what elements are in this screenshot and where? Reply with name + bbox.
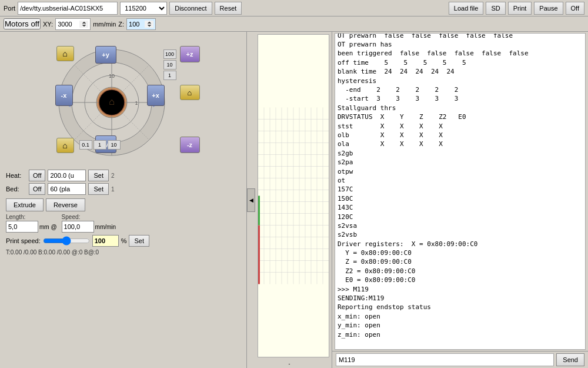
step-1-button[interactable]: 1: [163, 71, 176, 80]
heat-value-input[interactable]: [48, 170, 86, 181]
length-label: Length:: [6, 214, 57, 220]
jog-z-neg-button[interactable]: -z: [180, 137, 200, 153]
speed-unit: mm/min: [95, 224, 116, 230]
console-line: ola X X X X: [338, 140, 583, 148]
home-z-button[interactable]: ⌂: [180, 85, 200, 100]
main-toolbar: Port 115200 Disconnect Reset Load file S…: [0, 0, 588, 16]
console-line: stst X X X X: [338, 122, 583, 131]
console-line: blank time 24 24 24 24 24: [338, 67, 583, 76]
console-line: y_min: open: [338, 321, 583, 330]
svg-text:10: 10: [108, 73, 114, 79]
step-10b-button[interactable]: 10: [108, 140, 121, 150]
home-xy-button[interactable]: ⌂: [56, 138, 74, 153]
console-line: 157C: [338, 185, 583, 194]
print-speed-pct-input[interactable]: [92, 235, 119, 247]
console-line: Z2 = 0x80:09:00:C0: [338, 267, 583, 276]
step-10-button[interactable]: 10: [163, 60, 176, 69]
console-line: s2vsb: [338, 230, 583, 239]
console-line: z_min: open: [338, 330, 583, 339]
length-unit: mm @: [39, 224, 57, 230]
console-line: [338, 339, 583, 348]
heat-set-button[interactable]: Set: [88, 170, 109, 181]
length-input[interactable]: [6, 221, 38, 233]
console-line: Driver registers: X = 0x80:09:00:C0: [338, 240, 583, 248]
console-line: s2vsa: [338, 221, 583, 230]
motors-toolbar: Motors off XY: mm/min Z:: [0, 16, 588, 32]
extrude-button[interactable]: Extrude: [6, 198, 44, 211]
port-input[interactable]: [18, 2, 118, 15]
length-row: mm @: [6, 221, 57, 233]
bed-row: Bed: Off Set 1: [6, 183, 240, 195]
extrude-area: Extrude Reverse: [0, 197, 246, 213]
heat-row: Heat: Off Set 2: [6, 170, 240, 181]
y-step-buttons: 100 10 1: [163, 49, 176, 80]
preview-panel: ◀: [247, 32, 332, 368]
jog-z-pos-button[interactable]: +z: [180, 46, 200, 62]
svg-text:1: 1: [135, 100, 138, 106]
preview-area: 2 1: [258, 34, 329, 357]
xy-unit: mm/min: [93, 21, 116, 28]
console-input[interactable]: [336, 353, 554, 366]
jog-area: ⌂ 10 1 +y -y -x +x ⌂ ⌂ +z: [0, 32, 246, 167]
length-group: Length: mm @: [6, 214, 57, 233]
heat-toggle-button[interactable]: Off: [29, 170, 45, 181]
heat-step-label: 2: [111, 173, 115, 179]
main-area: ⌂ 10 1 +y -y -x +x ⌂ ⌂ +z: [0, 32, 588, 368]
print-speed-slider[interactable]: [43, 236, 90, 246]
baud-select[interactable]: 115200: [120, 2, 167, 15]
console-line: hysteresis: [338, 77, 583, 85]
port-label: Port: [4, 5, 15, 12]
jog-y-pos-button[interactable]: +y: [95, 46, 116, 64]
console-line: 120C: [338, 213, 583, 221]
preview-canvas: [258, 35, 329, 357]
step-100-button[interactable]: 100: [163, 49, 176, 59]
print-speed-set-button[interactable]: Set: [129, 235, 149, 247]
xy-speed-input[interactable]: [55, 18, 91, 30]
console-line: OT prewarn false false false false false: [338, 33, 583, 40]
pause-button[interactable]: Pause: [534, 2, 563, 15]
console-line: -start 3 3 3 3 3: [338, 94, 583, 103]
speed-row: mm/min: [62, 221, 116, 233]
bed-toggle-button[interactable]: Off: [29, 183, 45, 195]
heat-bed-area: Heat: Off Set 2 Bed: Off Set 1: [0, 167, 246, 197]
load-file-button[interactable]: Load file: [449, 2, 484, 15]
heat-label: Heat:: [6, 172, 26, 179]
jog-container: ⌂ 10 1 +y -y -x +x ⌂ ⌂ +z: [41, 38, 206, 161]
bed-label: Bed:: [6, 185, 26, 193]
left-panel: ⌂ 10 1 +y -y -x +x ⌂ ⌂ +z: [0, 32, 247, 368]
console-line: olb X X X X: [338, 131, 583, 140]
jog-x-pos-button[interactable]: +x: [147, 85, 165, 106]
length-speed-area: Length: mm @ Speed: mm/min: [0, 213, 246, 234]
disconnect-button[interactable]: Disconnect: [169, 2, 212, 15]
speed-group: Speed: mm/min: [62, 214, 116, 233]
collapse-button[interactable]: ◀: [247, 188, 255, 212]
percent-label: %: [121, 237, 127, 244]
right-panel: Hold current 9/31 9/31 9/31 9/31 9/31CS …: [332, 32, 588, 368]
console-line: been triggered false false false false f…: [338, 49, 583, 58]
console-line: -end 2 2 2 2 2: [338, 85, 583, 94]
preview-bottom-label: -: [247, 360, 332, 368]
reverse-button[interactable]: Reverse: [46, 198, 85, 211]
console-line: Reporting endstop status: [338, 303, 583, 311]
console-line: OT prewarn has: [338, 40, 583, 49]
step-1b-button[interactable]: 1: [93, 140, 106, 150]
send-button[interactable]: Send: [556, 353, 584, 366]
z-speed-input[interactable]: [126, 18, 156, 30]
xy-label: XY:: [43, 21, 53, 28]
motors-off-button[interactable]: Motors off: [4, 18, 41, 29]
bed-set-button[interactable]: Set: [88, 183, 109, 195]
home-all-button[interactable]: ⌂: [56, 46, 74, 61]
console-output[interactable]: Hold current 9/31 9/31 9/31 9/31 9/31CS …: [335, 33, 586, 350]
console-line: >>> M119: [338, 285, 583, 294]
speed-label: Speed:: [62, 214, 116, 220]
step-01-button[interactable]: 0.1: [79, 140, 92, 150]
console-input-area: Send: [332, 351, 588, 368]
status-bar: T:0.00 /0.00 B:0.00 /0.00 @:0 B@:0: [0, 248, 246, 257]
speed-input[interactable]: [62, 221, 94, 233]
bed-value-input[interactable]: [48, 183, 86, 195]
jog-x-neg-button[interactable]: -x: [55, 85, 73, 106]
print-button[interactable]: Print: [508, 2, 532, 15]
sd-button[interactable]: SD: [486, 2, 505, 15]
reset-button[interactable]: Reset: [215, 2, 242, 15]
off-button[interactable]: Off: [566, 2, 584, 15]
